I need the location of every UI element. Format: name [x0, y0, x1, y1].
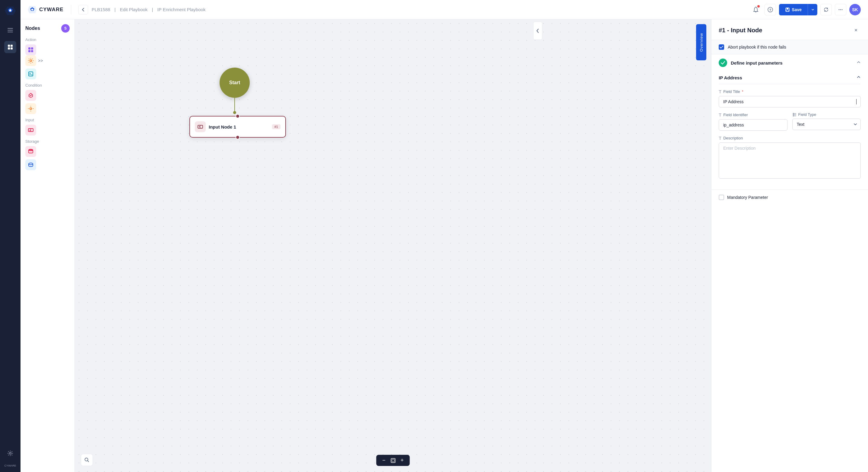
field-title-required: * [742, 89, 743, 94]
sidebar-settings[interactable] [4, 447, 16, 459]
palette-icon-storage2[interactable] [25, 159, 36, 170]
abort-checkbox[interactable] [719, 45, 724, 50]
svg-rect-31 [391, 459, 395, 463]
palette-condition-icons [25, 90, 70, 114]
help-button[interactable]: ? [765, 4, 776, 16]
svg-rect-21 [31, 50, 33, 52]
svg-text:?: ? [769, 8, 772, 11]
palette-storage-icons [25, 146, 70, 170]
palette-icon-input[interactable] [25, 125, 36, 136]
zoom-out-button[interactable]: − [382, 457, 385, 464]
palette-title: Nodes [25, 26, 40, 31]
hamburger-menu[interactable] [4, 24, 16, 36]
description-input[interactable] [719, 143, 861, 179]
define-params-header[interactable]: Define input parameters [711, 54, 868, 71]
zoom-controls: − + [376, 455, 409, 466]
palette-section-input-label: Input [25, 118, 70, 122]
field-identifier-input[interactable] [719, 119, 787, 131]
right-panel: #1 - Input Node × Abort playbook if this… [711, 19, 868, 472]
svg-rect-32 [392, 459, 394, 462]
field-title-group: T Field Title * [719, 89, 861, 108]
svg-point-22 [30, 60, 32, 62]
palette-icon-storage1[interactable] [25, 146, 36, 157]
close-panel-button[interactable]: × [851, 25, 861, 35]
input-node[interactable]: Input Node 1 #1 [189, 116, 286, 138]
save-button[interactable]: Save [779, 4, 808, 16]
svg-point-17 [842, 9, 843, 10]
input-node-badge: #1 [272, 124, 280, 129]
top-header: CYWARE PLB1588 | Edit Playbook | IP Enri… [21, 0, 868, 19]
define-params-title: Define input parameters [731, 60, 853, 65]
svg-line-34 [88, 461, 89, 462]
field-id-t-icon: T [719, 112, 721, 117]
left-sidebar: CYWARE [0, 0, 21, 472]
desc-t-icon: T [719, 136, 721, 141]
notification-badge [757, 5, 760, 7]
breadcrumb-sep1: | [115, 7, 116, 12]
description-label: T Description [719, 136, 861, 141]
header-actions: ? Save [750, 4, 861, 16]
field-title-input[interactable] [719, 96, 861, 108]
svg-rect-5 [10, 45, 13, 47]
breadcrumb-id: PLB1588 [92, 7, 111, 12]
palette-section-condition-label: Condition [25, 83, 70, 88]
input-node-header: Input Node 1 #1 [195, 121, 280, 132]
collapse-panel-btn[interactable] [533, 22, 542, 40]
palette-input-icons [25, 125, 70, 136]
canvas-search-button[interactable] [81, 454, 93, 466]
input-node-title: Input Node 1 [209, 124, 236, 129]
breadcrumb-action: Edit Playbook [120, 7, 148, 12]
overview-panel[interactable]: Overview [696, 24, 706, 60]
overview-label: Overview [699, 33, 704, 52]
mandatory-label: Mandatory Parameter [727, 195, 768, 200]
right-panel-body: Abort playbook if this node fails Define… [711, 40, 868, 472]
zoom-in-button[interactable]: + [401, 457, 404, 464]
abort-label: Abort playbook if this node fails [728, 45, 786, 50]
user-avatar[interactable]: SK [849, 4, 861, 16]
start-node[interactable]: Start [220, 68, 250, 98]
breadcrumb: PLB1588 | Edit Playbook | IP Enrichment … [91, 7, 207, 12]
breadcrumb-sep2: | [152, 7, 153, 12]
back-button[interactable] [79, 5, 88, 14]
sidebar-item-playbook[interactable] [4, 41, 16, 53]
field-type-list-icon [792, 113, 797, 117]
palette-icon-bracket[interactable] [25, 68, 36, 79]
mandatory-checkbox[interactable] [719, 195, 724, 200]
more-options-button[interactable] [835, 4, 846, 16]
main-area: CYWARE PLB1588 | Edit Playbook | IP Enri… [21, 0, 868, 472]
breadcrumb-name: IP Enrichment Playbook [157, 7, 206, 12]
cyware-logo[interactable] [4, 5, 16, 17]
svg-point-15 [839, 9, 840, 10]
header-logo-text: CYWARE [39, 7, 64, 13]
cursor-beam [856, 99, 857, 105]
svg-point-25 [30, 108, 32, 110]
svg-rect-19 [31, 48, 33, 50]
header-logo: CYWARE [28, 5, 64, 14]
field-type-group: Field Type Text Number Boolean Date List [792, 112, 861, 131]
palette-icon-grid[interactable] [25, 45, 36, 55]
zoom-fit-button[interactable] [390, 458, 396, 463]
canvas-area[interactable]: Overview Start [75, 19, 711, 472]
palette-icon-condition-gear[interactable] [25, 103, 36, 114]
svg-point-29 [29, 163, 33, 165]
svg-rect-2 [7, 30, 13, 30]
right-panel-header: #1 - Input Node × [711, 19, 868, 40]
define-params-section: Define input parameters IP Address [711, 54, 868, 190]
right-panel-title: #1 - Input Node [719, 27, 762, 34]
palette-avatar: S [61, 24, 70, 33]
content-wrapper: Nodes S Action [21, 19, 868, 472]
field-title-t-icon: T [719, 89, 721, 94]
palette-icon-condition[interactable] [25, 90, 36, 101]
field-identifier-label: T Field Identifier [719, 112, 787, 117]
svg-rect-6 [8, 48, 10, 50]
notification-icon[interactable] [750, 4, 762, 16]
mandatory-row: Mandatory Parameter [711, 190, 868, 205]
palette-section-action-label: Action [25, 37, 70, 42]
refresh-button[interactable] [820, 4, 832, 16]
palette-icon-gear[interactable] [25, 55, 36, 66]
svg-rect-18 [28, 48, 30, 50]
sidebar-bottom: CYWARE [4, 447, 16, 467]
field-type-select[interactable]: Text Number Boolean Date List [792, 119, 861, 130]
expand-arrow[interactable]: >> [38, 58, 43, 63]
save-dropdown-button[interactable] [808, 4, 817, 16]
